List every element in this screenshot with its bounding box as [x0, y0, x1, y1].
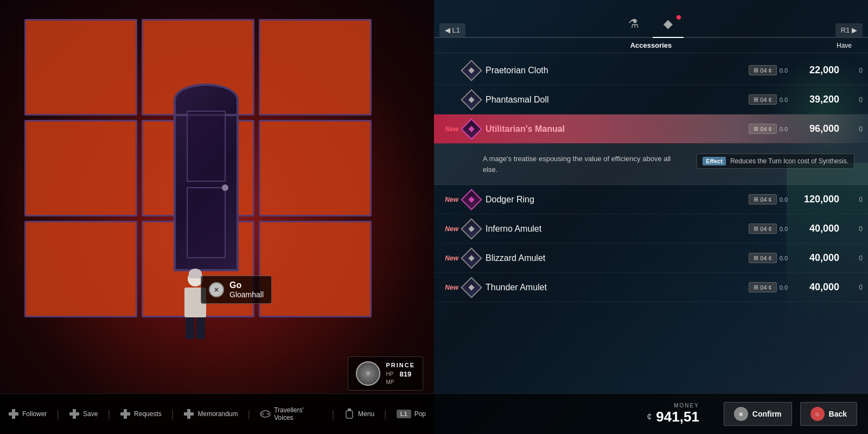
stock-value: 04: [760, 67, 767, 74]
player-hud: ⚜ Prince HP 819 MP: [348, 356, 423, 391]
currency-icon: ¢: [769, 284, 772, 291]
column-headers: Accessories Have: [434, 38, 868, 53]
save-button[interactable]: Save: [69, 409, 98, 419]
divider: |: [384, 409, 387, 420]
category-header: Accessories: [483, 41, 819, 49]
window-pane: [259, 221, 372, 317]
travellers-voices-button[interactable]: Travellers' Voices: [260, 406, 322, 422]
door-knob: [222, 184, 228, 191]
money-value: 941,51: [656, 409, 699, 425]
item-count: 0: [846, 125, 863, 133]
svg-rect-7: [184, 412, 194, 416]
stock-icon: ⊞: [754, 254, 758, 261]
door-panel: [187, 187, 226, 258]
pop-button[interactable]: L1 Pop: [397, 410, 426, 418]
price-display: 40,000: [790, 252, 839, 264]
diamond-inner: [468, 97, 474, 103]
list-item-selected[interactable]: New Utilitarian's Manual ⊞ 04 ¢ 0.0 96,0…: [434, 114, 868, 144]
confirm-button[interactable]: × Confirm: [724, 402, 792, 426]
new-badge: New: [439, 284, 458, 291]
new-badge: New: [439, 196, 458, 203]
requests-button[interactable]: Requests: [120, 409, 162, 419]
follower-button[interactable]: Follower: [8, 409, 47, 419]
svg-rect-12: [346, 411, 353, 418]
list-item[interactable]: New Dodger Ring ⊞ 04 ¢ 0.0 120,000 0: [434, 185, 868, 214]
back-button[interactable]: ○ Back: [800, 402, 857, 426]
have-header: Have: [819, 42, 852, 49]
diamond-inner: [468, 126, 474, 132]
door: [174, 98, 239, 271]
new-badge: New: [439, 125, 458, 133]
item-count: 0: [846, 196, 863, 203]
divider: |: [171, 409, 174, 420]
interaction-prompt[interactable]: × Go Gloamhall: [201, 276, 272, 304]
new-badge: New: [439, 254, 458, 262]
mp-label: MP: [386, 379, 397, 385]
diamond-inner: [468, 226, 474, 232]
item-description-row: A mage's treatise espousing the value of…: [434, 144, 868, 185]
diamond-inner: [468, 284, 474, 290]
window-pane: [259, 19, 372, 116]
prompt-text: Go Gloamhall: [229, 280, 264, 299]
list-item[interactable]: Phantasmal Doll ⊞ 04 ¢ 0.0 39,200 0: [434, 85, 868, 114]
item-name: Utilitarian's Manual: [486, 124, 749, 134]
currency-icon: ¢: [769, 226, 772, 232]
bottom-action-bar: Follower | Save | Requests |: [0, 393, 434, 434]
money-display: MONEY ¢ 941,51: [647, 403, 699, 425]
dpad-icon: [183, 409, 194, 419]
item-diamond-icon: [461, 89, 482, 111]
tab-left-arrow[interactable]: ◀ L1: [439, 23, 465, 37]
item-count: 0: [846, 96, 863, 104]
currency-display: 0.0: [780, 284, 788, 291]
item-name: Blizzard Amulet: [486, 253, 749, 263]
circle-button-icon: ○: [810, 407, 825, 421]
effect-label: Effect: [703, 157, 726, 165]
item-price-group: ⊞ 04 ¢ 0.0 40,000 0: [749, 223, 863, 234]
memorandum-button[interactable]: Memorandum: [183, 409, 238, 419]
stock-badge: ⊞ 04 ¢: [749, 194, 776, 205]
price-display: 22,000: [790, 65, 839, 76]
svg-rect-1: [9, 412, 18, 416]
currency-icon: ¢: [769, 255, 772, 261]
tab-right-arrow[interactable]: R1 ▶: [835, 23, 863, 37]
hp-value: 819: [399, 370, 411, 378]
list-item[interactable]: Praetorian Cloth ⊞ 04 ¢ 0.0 22,000 0: [434, 56, 868, 85]
item-count: 0: [846, 254, 863, 262]
stock-value: 04: [760, 97, 767, 103]
svg-point-9: [261, 413, 264, 415]
divider: |: [248, 409, 251, 420]
dpad-icon: [69, 409, 80, 419]
stock-icon: ⊞: [754, 284, 758, 291]
diamond-inner: [468, 196, 474, 202]
hp-label: HP: [386, 371, 397, 377]
currency-icon: ¢: [769, 196, 772, 203]
price-display: 39,200: [790, 94, 839, 105]
item-name: Phantasmal Doll: [486, 95, 749, 105]
price-display: 40,000: [790, 282, 839, 293]
door-panels: [187, 111, 226, 258]
list-item[interactable]: New Thunder Amulet ⊞ 04 ¢ 0.0 40,000 0: [434, 273, 868, 302]
svg-rect-5: [120, 412, 130, 416]
window-pane: [24, 19, 137, 116]
list-item[interactable]: New Inferno Amulet ⊞ 04 ¢ 0.0 40,000 0: [434, 214, 868, 244]
menu-button[interactable]: Menu: [344, 409, 374, 419]
item-effect-box: Effect Reduces the Turn Icon cost of Syn…: [697, 154, 854, 169]
svg-point-10: [267, 413, 269, 415]
effect-text: Reduces the Turn Icon cost of Synthesis.: [730, 157, 848, 165]
l1-tab-label: ◀ L1: [445, 26, 460, 34]
item-diamond-icon: [461, 247, 482, 269]
list-item[interactable]: New Blizzard Amulet ⊞ 04 ¢ 0.0 40,000 0: [434, 244, 868, 273]
currency-icon: ¢: [769, 67, 772, 74]
stock-value: 04: [760, 196, 767, 203]
tab-accessories[interactable]: ◆: [653, 12, 684, 37]
item-price-group: ⊞ 04 ¢ 0.0 22,000 0: [749, 65, 863, 76]
diamond-inner: [468, 255, 474, 261]
item-diamond-icon: [461, 277, 482, 298]
dpad-icon: [8, 409, 19, 419]
tab-potion[interactable]: ⚗: [617, 12, 650, 37]
left-game-panel: × Go Gloamhall ⚜ Prince HP 819 MP: [0, 0, 434, 434]
currency-display: 0.0: [780, 126, 788, 132]
item-count: 0: [846, 225, 863, 233]
stock-icon: ⊞: [754, 125, 758, 132]
price-display: 40,000: [790, 223, 839, 234]
